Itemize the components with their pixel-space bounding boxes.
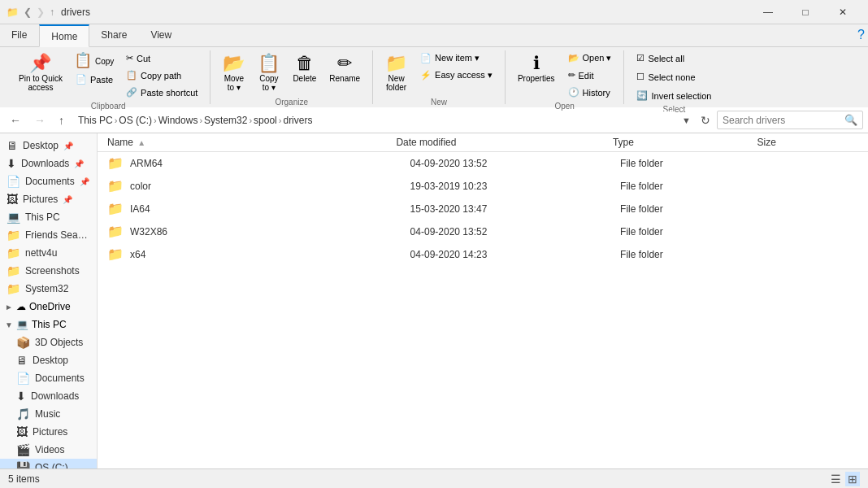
col-type-header[interactable]: Type xyxy=(613,137,757,148)
copy-path-icon: 📋 xyxy=(126,70,137,81)
breadcrumb-dropdown-button[interactable]: ▼ xyxy=(679,112,694,129)
tab-view[interactable]: View xyxy=(139,24,184,46)
search-input[interactable] xyxy=(723,115,844,126)
sidebar-item-documents[interactable]: 📄 Documents 📌 xyxy=(0,172,97,190)
open-icon: 📂 xyxy=(568,53,579,63)
close-btn[interactable]: ✕ xyxy=(824,0,861,24)
forward-button[interactable]: → xyxy=(29,111,50,130)
table-row[interactable]: 📁 W32X86 04-09-2020 13:52 File folder xyxy=(98,220,868,243)
delete-button[interactable]: 🗑 Delete xyxy=(287,50,322,87)
open-button[interactable]: 📂 Open ▾ xyxy=(562,50,618,66)
pictures2-icon: 🖼 xyxy=(16,425,28,438)
edit-button[interactable]: ✏ Edit xyxy=(562,68,618,83)
file-date: 04-09-2020 14:23 xyxy=(410,249,620,260)
paste-icon: 📄 xyxy=(76,74,87,85)
window-controls[interactable]: ― □ ✕ xyxy=(749,0,861,24)
sidebar-item-desktop[interactable]: 🖥 Desktop 📌 xyxy=(0,137,97,155)
delete-icon: 🗑 xyxy=(296,54,314,72)
sidebar-item-pictures2[interactable]: 🖼 Pictures xyxy=(0,423,97,441)
select-none-button[interactable]: ☐ Select none xyxy=(631,69,717,85)
breadcrumb[interactable]: This PC › OS (C:) › Windows › System32 ›… xyxy=(72,111,675,129)
tab-file[interactable]: File xyxy=(0,24,39,46)
sidebar-item-pictures[interactable]: 🖼 Pictures 📌 xyxy=(0,190,97,208)
sidebar-thispc-header[interactable]: ▼ 💻 This PC xyxy=(0,316,97,333)
sidebar-item-screenshots[interactable]: 📁 Screenshots xyxy=(0,262,97,280)
table-row[interactable]: 📁 IA64 15-03-2020 13:47 File folder xyxy=(98,198,868,220)
col-date-header[interactable]: Date modified xyxy=(396,137,613,148)
search-icon: 🔍 xyxy=(844,114,857,126)
sidebar-item-3dobjects[interactable]: 📦 3D Objects xyxy=(0,333,97,351)
paste-shortcut-button[interactable]: 🔗 Paste shortcut xyxy=(120,85,203,100)
paste-button[interactable]: 📄 Paste xyxy=(70,72,119,87)
select-all-button[interactable]: ☑ Select all xyxy=(631,50,717,66)
up-button[interactable]: ↑ xyxy=(54,111,69,130)
breadcrumb-windows: Windows xyxy=(158,115,198,126)
col-size-header[interactable]: Size xyxy=(757,137,858,148)
nav-up-btn[interactable]: ↑ xyxy=(50,7,54,18)
table-row[interactable]: 📁 x64 04-09-2020 14:23 File folder xyxy=(98,243,868,266)
cut-button[interactable]: ✂ Cut xyxy=(120,50,203,66)
sidebar-onedrive-header[interactable]: ► ☁ OneDrive xyxy=(0,298,97,316)
refresh-button[interactable]: ↻ xyxy=(697,111,714,130)
sidebar-item-nettv4u[interactable]: 📁 nettv4u xyxy=(0,244,97,262)
search-box[interactable]: 🔍 xyxy=(717,111,863,129)
sidebar-item-downloads[interactable]: ⬇ Downloads 📌 xyxy=(0,155,97,172)
downloads-icon: ⬇ xyxy=(7,157,16,170)
move-to-button[interactable]: 📂 Moveto ▾ xyxy=(217,50,250,96)
sidebar-item-documents2[interactable]: 📄 Documents xyxy=(0,369,97,387)
copy-button[interactable]: 📋 Copy xyxy=(70,50,119,70)
list-view-button[interactable]: ⊞ xyxy=(845,472,860,486)
new-item-button[interactable]: 📄 New item ▾ xyxy=(414,50,498,66)
documents2-icon: 📄 xyxy=(16,372,30,385)
sidebar-item-music[interactable]: 🎵 Music xyxy=(0,405,97,423)
table-row[interactable]: 📁 color 19-03-2019 10:23 File folder xyxy=(98,175,868,198)
table-row[interactable]: 📁 ARM64 04-09-2020 13:52 File folder xyxy=(98,152,868,175)
easy-access-button[interactable]: ⚡ Easy access ▾ xyxy=(414,68,498,83)
easy-access-icon: ⚡ xyxy=(420,70,432,81)
maximize-btn[interactable]: □ xyxy=(787,0,824,24)
details-view-button[interactable]: ☰ xyxy=(828,472,844,486)
col-name-header[interactable]: Name ▲ xyxy=(107,137,396,148)
pin-to-quickaccess-button[interactable]: 📌 Pin to Quickaccess xyxy=(13,50,68,96)
organize-buttons: 📂 Moveto ▾ 📋 Copyto ▾ 🗑 Delete ✏ Rename xyxy=(217,50,366,96)
open-buttons: ℹ Properties 📂 Open ▾ ✏ Edit 🕐 History xyxy=(512,50,618,100)
sidebar-item-downloads2[interactable]: ⬇ Downloads xyxy=(0,387,97,405)
sidebar-item-osc[interactable]: 💾 OS (C:) xyxy=(0,459,97,468)
properties-button[interactable]: ℹ Properties xyxy=(512,50,561,87)
sidebar-item-videos[interactable]: 🎬 Videos xyxy=(0,441,97,459)
copy-to-button[interactable]: 📋 Copyto ▾ xyxy=(252,50,285,96)
new-folder-icon: 📁 xyxy=(385,54,407,72)
breadcrumb-thispc: This PC xyxy=(78,115,113,126)
file-date: 04-09-2020 13:52 xyxy=(410,226,620,237)
invert-icon: 🔄 xyxy=(636,90,648,101)
status-bar: 5 items ☰ ⊞ xyxy=(0,468,868,488)
new-folder-button[interactable]: 📁 Newfolder xyxy=(380,50,413,96)
sidebar-item-system32[interactable]: 📁 System32 xyxy=(0,280,97,298)
rename-button[interactable]: ✏ Rename xyxy=(323,50,366,87)
window-title: drivers xyxy=(61,7,90,18)
folder-icon: 📁 xyxy=(107,178,124,194)
back-button[interactable]: ← xyxy=(5,111,26,130)
breadcrumb-osc: OS (C:) xyxy=(119,115,152,126)
minimize-btn[interactable]: ― xyxy=(749,0,787,24)
copy-path-button[interactable]: 📋 Copy path xyxy=(120,68,203,83)
invert-selection-button[interactable]: 🔄 Invert selection xyxy=(631,88,717,103)
breadcrumb-drivers: drivers xyxy=(283,115,312,126)
tab-share[interactable]: Share xyxy=(89,24,139,46)
history-button[interactable]: 🕐 History xyxy=(562,85,618,100)
file-area: Name ▲ Date modified Type Size 📁 ARM64 0… xyxy=(98,133,868,468)
help-button[interactable]: ? xyxy=(854,24,868,46)
onedrive-expand-icon: ► xyxy=(5,303,13,312)
sidebar-item-desktop2[interactable]: 🖥 Desktop xyxy=(0,351,97,369)
file-type: File folder xyxy=(620,249,760,260)
quick-access-toolbar[interactable]: 📁 ❮ ❯ ↑ xyxy=(7,7,54,18)
ribbon-open-group: ℹ Properties 📂 Open ▾ ✏ Edit 🕐 History O… xyxy=(506,50,625,104)
folder-icon: 📁 xyxy=(107,246,124,262)
sidebar-item-friends[interactable]: 📁 Friends Season 1 xyxy=(0,226,97,244)
sidebar-item-thispc-top[interactable]: 💻 This PC xyxy=(0,208,97,226)
cut-icon: ✂ xyxy=(126,53,133,63)
nav-back-btn[interactable]: ❮ xyxy=(24,7,32,18)
tab-home[interactable]: Home xyxy=(39,24,89,47)
item-count: 5 items xyxy=(8,473,40,485)
nav-forward-btn[interactable]: ❯ xyxy=(37,7,45,18)
